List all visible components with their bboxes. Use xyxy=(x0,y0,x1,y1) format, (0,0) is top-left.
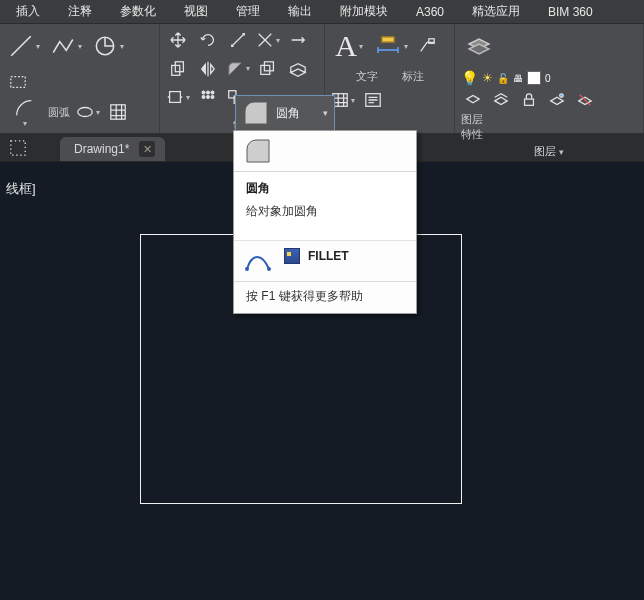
svg-rect-4 xyxy=(11,141,25,155)
fillet-dropdown-icon[interactable] xyxy=(226,57,250,81)
menu-annotate[interactable]: 注释 xyxy=(54,0,106,23)
panel-annotation: A 文字 标注 . xyxy=(325,24,455,133)
menu-addins[interactable]: 附加模块 xyxy=(326,0,402,23)
curve-option-icon xyxy=(244,247,272,275)
dropdown-item-fillet[interactable] xyxy=(234,131,416,171)
hatch-icon[interactable] xyxy=(106,100,130,124)
menu-output[interactable]: 输出 xyxy=(274,0,326,23)
tooltip-command-row: FILLET xyxy=(284,248,349,264)
sun-icon[interactable]: ☀ xyxy=(482,71,493,85)
fillet-icon xyxy=(242,99,270,127)
viewport-visualstyle-label[interactable]: 线框] xyxy=(6,180,36,198)
svg-point-14 xyxy=(207,96,210,99)
svg-point-23 xyxy=(560,94,564,98)
arc-label: 圆弧 xyxy=(48,105,70,120)
svg-rect-22 xyxy=(525,99,534,105)
bulb-icon[interactable]: 💡 xyxy=(461,70,478,86)
lock-icon[interactable]: 🔓 xyxy=(497,73,509,84)
extend-icon[interactable] xyxy=(286,28,310,52)
fillet-tooltip: 圆角 给对象加圆角 xyxy=(234,172,416,240)
tooltip-description: 给对象加圆角 xyxy=(246,203,404,220)
print-icon[interactable]: 🖶 xyxy=(513,73,523,84)
ribbon: 圆弧 绘图 xyxy=(0,24,644,134)
layer-color-swatch[interactable] xyxy=(527,71,541,85)
scale-icon[interactable] xyxy=(226,28,250,52)
close-icon[interactable]: ✕ xyxy=(139,141,155,157)
menu-a360[interactable]: A360 xyxy=(402,2,458,22)
menu-view[interactable]: 视图 xyxy=(170,0,222,23)
circle-seg-icon[interactable] xyxy=(90,28,126,64)
tooltip-help: 按 F1 键获得更多帮助 xyxy=(234,281,416,313)
offset-icon[interactable] xyxy=(256,57,280,81)
panel-layers: 💡 ☀ 🔓 🖶 0 图层 特性 图层 xyxy=(455,24,644,133)
trim-icon[interactable] xyxy=(256,28,280,52)
dropdown-item-curve[interactable]: FILLET xyxy=(234,240,416,281)
menu-insert[interactable]: 插入 xyxy=(2,0,54,23)
move-icon[interactable] xyxy=(166,28,190,52)
command-icon xyxy=(284,248,300,264)
tooltip-title: 圆角 xyxy=(246,180,404,197)
ellipse-icon[interactable] xyxy=(76,100,100,124)
svg-rect-1 xyxy=(11,77,25,88)
layer-match-icon[interactable] xyxy=(545,88,569,112)
svg-rect-7 xyxy=(261,65,270,74)
mirror-icon[interactable] xyxy=(196,57,220,81)
arc-tool-button[interactable] xyxy=(6,94,42,130)
fillet-option-icon xyxy=(244,137,272,165)
dimension-label: 标注 xyxy=(402,69,424,84)
dimension-button[interactable] xyxy=(373,28,409,64)
layer-freeze-icon[interactable] xyxy=(489,88,513,112)
point-grid-icon[interactable] xyxy=(6,136,30,160)
chevron-down-icon: ▾ xyxy=(323,108,328,118)
file-tab-label: Drawing1* xyxy=(74,142,129,156)
svg-point-25 xyxy=(267,267,271,271)
layer-lock-icon[interactable] xyxy=(517,88,541,112)
svg-point-24 xyxy=(245,267,249,271)
svg-rect-18 xyxy=(382,37,394,42)
fillet-dropdown-panel: 圆角 给对象加圆角 FILLET 按 F1 键获得更多帮助 xyxy=(233,130,417,314)
panel-layer-title[interactable]: 图层 xyxy=(461,142,637,159)
menu-parametric[interactable]: 参数化 xyxy=(106,0,170,23)
rotate-icon[interactable] xyxy=(196,28,220,52)
layer-off-icon[interactable] xyxy=(573,88,597,112)
layer-iso-icon[interactable] xyxy=(461,88,485,112)
svg-point-15 xyxy=(211,96,214,99)
svg-rect-9 xyxy=(170,92,181,103)
svg-point-10 xyxy=(202,91,205,94)
rectangle-dashed-icon[interactable] xyxy=(6,70,30,94)
layer-zero-label: 0 xyxy=(545,73,551,84)
menu-featured[interactable]: 精选应用 xyxy=(458,0,534,23)
svg-point-11 xyxy=(207,91,210,94)
tooltip-command-text: FILLET xyxy=(308,249,349,263)
svg-rect-8 xyxy=(264,61,273,70)
leader-icon[interactable] xyxy=(415,34,439,58)
svg-point-13 xyxy=(202,96,205,99)
explode-icon[interactable] xyxy=(286,57,310,81)
menu-bim360[interactable]: BIM 360 xyxy=(534,2,607,22)
svg-point-12 xyxy=(211,91,214,94)
layer-state-strip: 💡 ☀ 🔓 🖶 0 xyxy=(461,70,597,112)
copy-icon[interactable] xyxy=(166,57,190,81)
fillet-button-active[interactable]: 圆角 ▾ xyxy=(235,95,335,131)
svg-point-2 xyxy=(78,108,92,117)
stretch-icon[interactable] xyxy=(166,85,190,109)
layer-properties-button[interactable] xyxy=(461,28,497,64)
panel-draw: 圆弧 绘图 xyxy=(0,24,160,133)
file-tab-drawing1[interactable]: Drawing1* ✕ xyxy=(60,137,165,161)
mtext-icon[interactable] xyxy=(361,88,385,112)
array-icon[interactable] xyxy=(196,85,220,109)
fillet-button-label: 圆角 xyxy=(276,105,300,122)
polyline-tool-icon[interactable] xyxy=(48,28,84,64)
text-label: 文字 xyxy=(356,69,378,84)
layer-props-label: 图层 特性 xyxy=(461,112,483,142)
menu-manage[interactable]: 管理 xyxy=(222,0,274,23)
menu-bar: 插入 注释 参数化 视图 管理 输出 附加模块 A360 精选应用 BIM 36… xyxy=(0,0,644,24)
line-tool-icon[interactable] xyxy=(6,28,42,64)
svg-rect-3 xyxy=(111,105,125,119)
text-tool-button[interactable]: A xyxy=(331,28,367,64)
